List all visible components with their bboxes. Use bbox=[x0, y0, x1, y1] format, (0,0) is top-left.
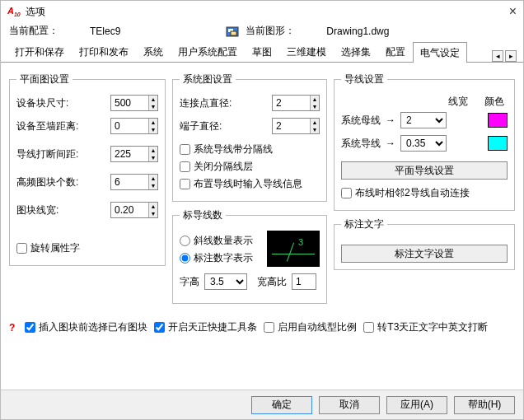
line-color-swatch[interactable] bbox=[488, 136, 508, 151]
break-gap-input[interactable]: ▲▼ bbox=[110, 146, 158, 162]
groupbox-system-legend: 系统图设置 bbox=[180, 72, 236, 86]
current-config-label: 当前配置： bbox=[9, 24, 58, 38]
rotate-attr-label: 旋转属性字 bbox=[30, 241, 80, 255]
number-mode-radio[interactable] bbox=[180, 253, 190, 264]
marktext-settings-button[interactable]: 标注文字设置 bbox=[341, 245, 508, 263]
app-icon: A10 bbox=[7, 6, 21, 17]
svg-rect-2 bbox=[231, 31, 236, 35]
color-header: 颜色 bbox=[484, 95, 504, 109]
groupbox-marktext-legend: 标注文字 bbox=[341, 217, 387, 231]
window-title: 选项 bbox=[26, 5, 45, 19]
tabs: 打开和保存 打印和发布 系统 用户系统配置 草图 三维建模 选择集 配置 电气设… bbox=[1, 41, 523, 63]
tab-selection[interactable]: 选择集 bbox=[334, 41, 378, 62]
bus-width-select[interactable]: 2 bbox=[400, 112, 447, 128]
apply-button[interactable]: 应用(A) bbox=[386, 396, 447, 414]
groupbox-plan: 平面图设置 设备块尺寸: ▲▼ 设备至墙距离: ▲▼ bbox=[9, 72, 166, 266]
slash-mode-label: 斜线数量表示 bbox=[194, 234, 253, 248]
block-lw-input[interactable]: ▲▼ bbox=[110, 202, 158, 218]
tab-electrical[interactable]: 电气设定 bbox=[413, 42, 467, 63]
term-diam-label: 端子直径: bbox=[180, 119, 222, 133]
tianzheng-toolbar-checkbox[interactable] bbox=[154, 322, 165, 333]
linewidth-header: 线宽 bbox=[448, 95, 468, 109]
tab-3d[interactable]: 三维建模 bbox=[279, 41, 334, 62]
number-mode-label: 标注数字表示 bbox=[194, 251, 253, 265]
auto-linetype-scale-label: 启用自动线型比例 bbox=[278, 320, 357, 334]
sys-wire-sep-checkbox[interactable] bbox=[180, 144, 190, 155]
sys-wire-sep-label: 系统导线带分隔线 bbox=[194, 142, 273, 156]
aspect-input[interactable] bbox=[292, 273, 316, 290]
arrow-icon: → bbox=[386, 114, 395, 126]
groupbox-marktext: 标注文字 标注文字设置 bbox=[334, 217, 515, 270]
conn-diam-label: 连接点直径: bbox=[180, 96, 232, 110]
tab-scroll-left[interactable]: ◂ bbox=[492, 50, 503, 62]
auto-connect-label: 布线时相邻2导线自动连接 bbox=[355, 186, 470, 200]
ok-button[interactable]: 确定 bbox=[251, 396, 312, 414]
output-wire-info-label: 布置导线时输入导线信息 bbox=[194, 177, 302, 191]
bus-label: 系统母线 bbox=[341, 114, 381, 128]
hf-count-label: 高频图块个数: bbox=[16, 175, 78, 189]
t3-text-break-label: 转T3天正文字中英文打断 bbox=[377, 320, 488, 334]
bus-color-swatch[interactable] bbox=[488, 113, 508, 128]
output-wire-info-checkbox[interactable] bbox=[180, 179, 190, 189]
close-sep-layer-label: 关闭分隔线层 bbox=[194, 160, 253, 174]
drawing-icon bbox=[226, 26, 239, 37]
tianzheng-toolbar-label: 开启天正快捷工具条 bbox=[168, 320, 257, 334]
slash-mode-radio[interactable] bbox=[180, 236, 190, 246]
spin-up[interactable]: ▲ bbox=[149, 96, 157, 103]
auto-linetype-scale-checkbox[interactable] bbox=[264, 322, 274, 333]
spin-down[interactable]: ▼ bbox=[149, 103, 157, 110]
line-label: 系统导线 bbox=[341, 137, 381, 151]
cancel-button[interactable]: 取消 bbox=[319, 396, 380, 414]
block-lw-label: 图块线宽: bbox=[16, 203, 58, 217]
plan-wire-settings-button[interactable]: 平面导线设置 bbox=[341, 161, 508, 180]
mark-preview: 3 bbox=[267, 231, 320, 267]
current-drawing-label: 当前图形： bbox=[246, 24, 295, 38]
groupbox-markcount: 标导线数 斜线数量表示 标注数字表示 bbox=[172, 208, 327, 304]
help-icon[interactable]: ? bbox=[9, 322, 15, 334]
block-size-input[interactable]: ▲▼ bbox=[110, 95, 158, 111]
groupbox-markcount-legend: 标导线数 bbox=[180, 208, 226, 222]
aspect-label: 宽高比 bbox=[257, 275, 287, 289]
tab-sketch[interactable]: 草图 bbox=[245, 41, 279, 62]
wall-dist-label: 设备至墙距离: bbox=[16, 119, 78, 133]
tab-system[interactable]: 系统 bbox=[136, 41, 171, 62]
font-h-select[interactable]: 3.5 bbox=[204, 273, 247, 290]
tab-user-config[interactable]: 用户系统配置 bbox=[171, 41, 245, 62]
groupbox-wire-legend: 导线设置 bbox=[341, 72, 387, 86]
t3-text-break-checkbox[interactable] bbox=[363, 322, 374, 333]
arrow-icon: → bbox=[386, 138, 395, 149]
close-icon[interactable]: × bbox=[509, 4, 517, 19]
rotate-attr-checkbox[interactable] bbox=[16, 243, 27, 254]
tab-open-save[interactable]: 打开和保存 bbox=[7, 41, 72, 62]
hf-count-input[interactable]: ▲▼ bbox=[110, 174, 158, 190]
tab-profile[interactable]: 配置 bbox=[378, 41, 413, 62]
groupbox-plan-legend: 平面图设置 bbox=[16, 72, 73, 86]
current-drawing-value: Drawing1.dwg bbox=[326, 26, 389, 37]
pre-select-block-checkbox[interactable] bbox=[25, 322, 35, 333]
term-diam-input[interactable]: ▲▼ bbox=[272, 118, 320, 134]
close-sep-layer-checkbox[interactable] bbox=[180, 161, 190, 172]
tab-scroll-right[interactable]: ▸ bbox=[505, 50, 517, 62]
block-size-label: 设备块尺寸: bbox=[16, 96, 68, 110]
groupbox-system: 系统图设置 连接点直径: ▲▼ 端子直径: ▲▼ bbox=[172, 72, 327, 202]
auto-connect-checkbox[interactable] bbox=[341, 188, 352, 198]
conn-diam-input[interactable]: ▲▼ bbox=[272, 95, 320, 111]
font-h-label: 字高 bbox=[180, 275, 199, 289]
current-config-value: TElec9 bbox=[90, 26, 120, 37]
break-gap-label: 导线打断间距: bbox=[16, 147, 78, 161]
pre-select-block-label: 插入图块前选择已有图块 bbox=[39, 320, 147, 334]
help-button[interactable]: 帮助(H) bbox=[454, 396, 515, 414]
groupbox-wire: 导线设置 线宽 颜色 系统母线 → 2 系统导线 bbox=[334, 72, 515, 211]
line-width-select[interactable]: 0.35 bbox=[400, 135, 447, 152]
wall-dist-input[interactable]: ▲▼ bbox=[110, 118, 158, 134]
tab-print-publish[interactable]: 打印和发布 bbox=[72, 41, 136, 62]
